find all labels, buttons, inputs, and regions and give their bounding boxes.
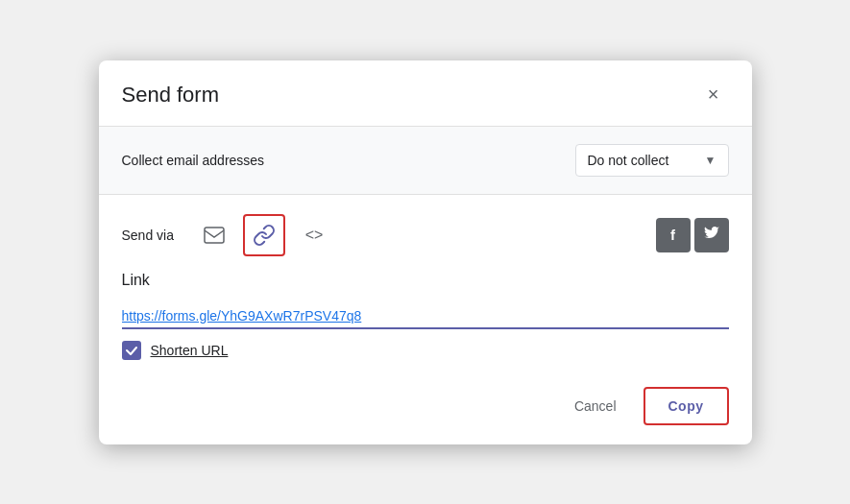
twitter-button[interactable] [694, 218, 729, 252]
social-icons: f [656, 218, 729, 252]
cancel-button[interactable]: Cancel [555, 389, 636, 423]
send-form-dialog: Send form × Collect email addresses Do n… [99, 60, 752, 444]
checkmark-icon [125, 344, 138, 357]
collect-email-label: Collect email addresses [122, 153, 265, 168]
link-icon [253, 224, 276, 247]
svg-rect-0 [205, 228, 224, 243]
twitter-icon [704, 227, 719, 243]
copy-button[interactable]: Copy [644, 387, 729, 425]
send-via-embed-button[interactable]: <> [293, 214, 335, 256]
facebook-icon: f [670, 227, 675, 243]
dialog-title: Send form [122, 83, 220, 108]
collect-email-section: Collect email addresses Do not collect ▼ [99, 126, 752, 195]
chevron-down-icon: ▼ [705, 154, 716, 167]
dialog-footer: Cancel Copy [99, 379, 752, 444]
close-button[interactable]: × [698, 80, 729, 110]
shorten-url-checkbox[interactable] [122, 341, 141, 360]
link-input[interactable] [122, 304, 729, 329]
dialog-header: Send form × [99, 60, 752, 126]
collect-dropdown-value: Do not collect [588, 153, 669, 168]
shorten-url-row: Shorten URL [122, 341, 729, 360]
collect-dropdown[interactable]: Do not collect ▼ [575, 144, 729, 177]
send-via-email-button[interactable] [193, 214, 235, 256]
link-section-label: Link [122, 272, 729, 289]
shorten-url-label: Shorten URL [151, 343, 229, 358]
link-section: Link Shorten URL [99, 264, 752, 379]
send-via-section: Send via <> f [99, 195, 752, 264]
send-via-link-button[interactable] [243, 214, 285, 256]
email-icon [204, 227, 225, 244]
link-input-wrapper [122, 304, 729, 329]
send-via-label: Send via [122, 228, 174, 243]
embed-icon: <> [305, 227, 324, 244]
facebook-button[interactable]: f [656, 218, 691, 252]
send-via-icons: <> [193, 214, 644, 256]
